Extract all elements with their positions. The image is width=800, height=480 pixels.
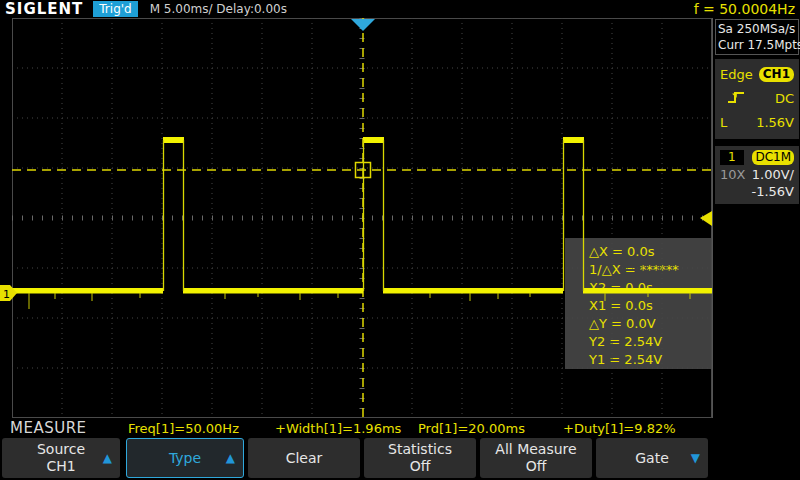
trigger-coupling: DC: [775, 91, 794, 106]
right-info-panel: Sa 250MSa/s Curr 17.5Mpts Edge CH1 DC L …: [712, 18, 800, 418]
cursor-line: X2 = 0.0s: [589, 279, 711, 297]
measure-width: +Width[1]=1.96ms: [275, 421, 401, 436]
softkey-label: Clear: [286, 450, 323, 467]
cursor-intersection-marker: [356, 163, 371, 178]
frequency-counter: f = 50.0004Hz: [694, 1, 795, 17]
waveform-display: △X = 0.0s 1/△X = ****** X2 = 0.0s X1 = 0…: [0, 18, 712, 418]
softkey-menu-bar: Source CH1 ▲ Type ▲ Clear Statistics Off…: [0, 437, 800, 480]
probe-attenuation: 10X: [720, 167, 745, 182]
rising-edge-icon: [726, 89, 748, 108]
trigger-position-marker[interactable]: [351, 19, 375, 31]
cursor-line: △X = 0.0s: [589, 243, 711, 261]
cursor-readout-box: △X = 0.0s 1/△X = ****** X2 = 0.0s X1 = 0…: [565, 238, 711, 369]
down-arrow-icon: ▼: [691, 450, 700, 467]
measure-period: Prd[1]=20.00ms: [418, 421, 525, 436]
up-arrow-icon: ▲: [103, 450, 112, 467]
memory-depth: Curr 17.5Mpts: [718, 37, 796, 53]
channel-number-badge: 1: [720, 150, 744, 165]
softkey-gate[interactable]: Gate ▼: [596, 438, 708, 478]
measure-title: MEASURE: [10, 419, 87, 437]
ch1-trace-edges: [164, 140, 584, 291]
cursor-line: Y1 = 2.54V: [589, 351, 711, 369]
trigger-info-panel[interactable]: Edge CH1 DC L 1.56V: [715, 59, 799, 139]
softkey-label: Gate: [635, 450, 669, 467]
svg-text:1: 1: [3, 288, 10, 301]
cursor-line: X1 = 0.0s: [589, 297, 711, 315]
softkey-source[interactable]: Source CH1 ▲: [2, 438, 120, 478]
softkey-label: Source: [37, 441, 85, 458]
softkey-label: Type: [169, 450, 201, 467]
measure-freq: Freq[1]=50.00Hz: [128, 421, 239, 436]
siglent-logo: SIGLENT: [5, 0, 83, 18]
softkey-label: All Measure: [495, 441, 576, 458]
channel1-info-panel[interactable]: 1 DC1M 10X 1.00V/ -1.56V: [715, 146, 799, 204]
trigger-status-badge: Trig'd: [93, 1, 137, 17]
softkey-sublabel: CH1: [46, 458, 75, 475]
trigger-source-badge: CH1: [759, 67, 794, 82]
softkey-sublabel: Off: [526, 458, 547, 475]
measure-results-bar: MEASURE Freq[1]=50.00Hz +Width[1]=1.96ms…: [0, 418, 800, 437]
softkey-clear[interactable]: Clear: [248, 438, 360, 478]
trigger-level-marker[interactable]: [700, 211, 712, 226]
cursor-line: 1/△X = ******: [589, 261, 711, 279]
timebase-readout: M 5.00ms/ Delay:0.00s: [150, 2, 287, 16]
measure-duty: +Duty[1]=9.82%: [563, 421, 676, 436]
sample-rate: Sa 250MSa/s: [718, 21, 796, 37]
trigger-mode: Edge: [720, 67, 753, 82]
cursor-line: Y2 = 2.54V: [589, 333, 711, 351]
softkey-sublabel: Off: [410, 458, 431, 475]
softkey-statistics[interactable]: Statistics Off: [364, 438, 476, 478]
softkey-type[interactable]: Type ▲: [126, 438, 244, 478]
softkey-all-measure[interactable]: All Measure Off: [480, 438, 592, 478]
channel1-ground-marker[interactable]: 1: [0, 285, 17, 301]
acquisition-info: Sa 250MSa/s Curr 17.5Mpts: [715, 19, 799, 55]
channel-offset: -1.56V: [751, 184, 794, 199]
trigger-level-value: 1.56V: [756, 115, 794, 130]
cursor-line: △Y = 0.0V: [589, 315, 711, 333]
top-status-bar: SIGLENT Trig'd M 5.00ms/ Delay:0.00s f =…: [0, 0, 800, 18]
softkey-label: Statistics: [388, 441, 452, 458]
trigger-level-label: L: [720, 115, 727, 130]
volts-per-div: 1.00V/: [752, 167, 794, 182]
channel-coupling-badge: DC1M: [752, 150, 794, 165]
up-arrow-icon: ▲: [226, 450, 235, 467]
